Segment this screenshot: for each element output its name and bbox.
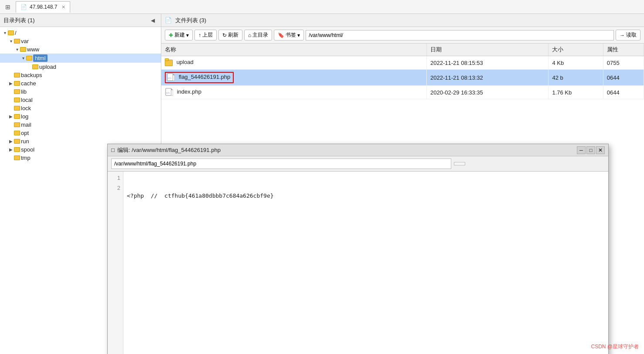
editor-path-input[interactable] [111,158,451,169]
folder-icon-cache [14,81,20,86]
grid-icon[interactable]: ⊞ [3,3,12,11]
bookmark-icon: 🔖 [278,32,284,38]
close-button[interactable]: ✕ [596,146,605,154]
folder-icon-root [8,30,14,35]
editor-dialog: □ 编辑: /var/www/html/flag_544626191.php ─… [107,144,609,354]
tab-close-icon[interactable]: ✕ [61,4,65,10]
minimize-button[interactable]: ─ [577,146,586,154]
folder-icon-mail [14,122,20,127]
folder-icon-html [26,56,32,61]
tree-label-local: local [21,97,33,103]
tree-label-var: var [21,38,29,44]
table-row[interactable]: </> index.php 2020-02-29 16:33:35 1.76 K… [161,86,644,99]
expand-icon-run[interactable]: ▶ [8,139,14,144]
file-size-cell: 1.76 Kb [549,86,603,99]
editor-folder-icon: □ [111,147,115,153]
file-attr-cell: 0644 [603,86,644,99]
directory-list-title: 目录列表 (1) [3,17,35,24]
home-button[interactable]: ⌂ 主目录 [244,30,272,40]
svg-text:</>: </> [166,92,170,94]
tree-item-var[interactable]: ▾ var [0,37,161,45]
editor-path-bar [108,156,608,172]
tree-item-www[interactable]: ▾ www [0,45,161,54]
home-icon: ⌂ [248,32,251,38]
tree-label-mail: mail [21,121,31,128]
tree-item-lock[interactable]: ▶ lock [0,104,161,112]
tree-item-backups[interactable]: ▶ backups [0,71,161,79]
bookmark-button[interactable]: 🔖 书签 ▾ [274,30,304,40]
table-row[interactable]: </> flag_544626191.php 2022-11-21 08:13:… [161,70,644,86]
left-panel-header: 目录列表 (1) ◀ [0,14,161,27]
file-toolbar: ✚ 新建 ▾ ↑ 上层 ↻ 刷新 ⌂ 主目录 🔖 书签 ▾ [161,27,644,44]
tree-label-lib: lib [21,88,27,95]
file-name: upload [177,59,194,65]
refresh-button[interactable]: ↻ 刷新 [218,30,242,40]
svg-marker-5 [171,88,173,90]
path-input[interactable] [306,30,614,40]
file-date-cell: 2022-11-21 08:15:53 [427,56,549,70]
file-date-cell: 2022-11-21 08:13:32 [427,70,549,86]
tree-label-root: / [15,30,17,36]
maximize-button[interactable]: □ [586,146,595,154]
folder-icon-var [14,39,20,44]
tree-item-lib[interactable]: ▶ lib [0,88,161,96]
expand-icon-log[interactable]: ▶ [8,114,14,119]
bookmark-dropdown-icon: ▾ [297,32,300,38]
expand-icon-www[interactable]: ▾ [14,47,20,52]
editor-action-button[interactable] [454,162,465,165]
server-tab[interactable]: 📄 47.98.148.7 ✕ [16,1,70,13]
tree-label-opt: opt [21,130,29,136]
flag-file-name: flag_544626191.php [179,74,231,80]
up-button[interactable]: ↑ 上层 [194,30,217,40]
new-dropdown-icon: ▾ [186,32,189,38]
tree-item-mail[interactable]: ▶ mail [0,121,161,129]
file-list-icon: 📄 [165,17,172,24]
code-line-2 [127,219,605,228]
tree-item-root[interactable]: ▾ / [0,29,161,37]
line-number-2: 2 [108,183,123,193]
tree-item-html[interactable]: ▾ html [0,54,161,63]
right-panel-header: 📄 文件列表 (3) [161,14,644,27]
editor-content-area[interactable]: <?php // ctfhub{461a80dbbb7c684a626cbf9e… [123,172,608,354]
tree-item-local[interactable]: ▶ local [0,96,161,104]
editor-line-numbers: 1 2 [108,172,123,354]
php-file-icon: </> [165,88,174,97]
folder-icon-lock [14,106,20,111]
tree-label-tmp: tmp [21,155,31,161]
editor-window-controls: ─ □ ✕ [577,146,605,154]
file-attr-cell: 0755 [603,56,644,70]
expand-icon-var[interactable]: ▾ [8,39,14,44]
tab-folder-icon: 📄 [20,4,27,10]
editor-titlebar: □ 编辑: /var/www/html/flag_544626191.php ─… [108,144,608,156]
file-name-cell: upload [161,56,427,70]
tree-item-opt[interactable]: ▶ opt [0,129,161,137]
file-list-title: 📄 文件列表 (3) [165,17,206,24]
tree-label-upload: upload [39,64,56,70]
watermark: CSDN @星球守护者 [591,343,639,351]
file-date-cell: 2020-02-29 16:33:35 [427,86,549,99]
tree-item-log[interactable]: ▶ log [0,112,161,121]
folder-icon-run [14,139,20,144]
folder-icon-local [14,98,20,102]
folder-icon-upload [32,64,38,69]
folder-icon-tmp [14,155,20,160]
expand-icon-spool[interactable]: ▶ [8,147,14,152]
expand-icon-root[interactable]: ▾ [2,30,8,35]
table-row[interactable]: upload 2022-11-21 08:15:53 4 Kb 0755 [161,56,644,70]
refresh-icon: ↻ [222,32,227,38]
tree-item-cache[interactable]: ▶ cache [0,79,161,88]
read-arrow-icon: → [620,32,625,38]
folder-icon-www [20,47,26,52]
file-size-cell: 4 Kb [549,56,603,70]
expand-icon-cache[interactable]: ▶ [8,81,14,86]
tree-item-upload[interactable]: ▶ upload [0,63,161,71]
svg-rect-6 [171,90,173,96]
folder-icon-backups [14,73,20,78]
collapse-button[interactable]: ◀ [148,17,157,24]
col-attr-header: 属性 [603,44,644,56]
php-file-icon: </> [167,73,175,82]
file-size-cell: 42 b [549,70,603,86]
read-button[interactable]: → 读取 [616,30,641,40]
expand-icon-html[interactable]: ▾ [20,56,26,61]
new-button[interactable]: ✚ 新建 ▾ [165,30,193,40]
